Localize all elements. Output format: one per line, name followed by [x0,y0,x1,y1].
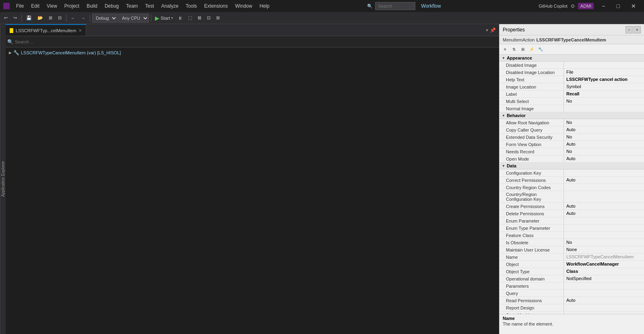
menu-view[interactable]: View [43,2,60,10]
prop-section-appearance[interactable]: ▼ Appearance [500,55,644,62]
toolbar-forward-btn[interactable]: → [78,14,88,22]
tree-item-icon: 🔧 [13,50,19,56]
title-search-input[interactable] [375,2,415,10]
prop-row-disabled-image[interactable]: Disabled Image [500,62,644,69]
menu-project[interactable]: Project [61,2,83,10]
prop-value-disabled-image [564,62,644,68]
prop-row-create-perm[interactable]: Create Permissions Auto [500,203,644,210]
step2-btn[interactable]: ⊠ [195,14,204,22]
tree-item-label: LSSCRFWTypeCancelMenuItem (var) [LS_HISO… [21,50,121,55]
prop-row-open-mode[interactable]: Open Mode Auto [500,155,644,163]
tree-item-root[interactable]: ▶ 🔧 LSSCRFWTypeCancelMenuItem (var) [LS_… [7,49,497,56]
menu-debug[interactable]: Debug [101,2,122,10]
prop-name-config-key: Configuration Key [500,169,564,176]
properties-panel: Properties − × MenuItemAction LSSCRFWFTy… [499,24,644,334]
prop-name-multi-select: Multi Select [500,98,564,105]
prop-row-label[interactable]: Label Recall [500,91,644,98]
prop-row-config-key[interactable]: Configuration Key [500,169,644,177]
menu-file[interactable]: File [13,2,27,10]
menu-extensions[interactable]: Extensions [201,2,231,10]
prop-row-form-view[interactable]: Form View Option Auto [500,141,644,148]
prop-row-feature-class[interactable]: Feature Class [500,232,644,239]
tab-lsscrf[interactable]: LSSCRFWFTyp...celMenuItem × [6,24,86,36]
toolbar-extra-btn[interactable]: ⊟ [56,14,64,22]
step4-btn[interactable]: ⊞ [214,14,222,22]
behavior-label: Behavior [507,113,526,118]
toolbar-redo-btn[interactable]: ↪ [11,14,19,22]
prop-row-enum-type[interactable]: Enum Type Parameter [500,225,644,232]
toolbar-save-btn[interactable]: 💾 [24,14,34,22]
cpu-select[interactable]: Any CPU [118,14,149,23]
prop-row-name[interactable]: Name LSSCRFWFTypeCancelMenuItem [500,254,644,261]
prop-row-delete-perm[interactable]: Delete Permissions Auto [500,210,644,217]
search-input[interactable] [13,39,497,44]
toolbar-open-btn[interactable]: 📂 [35,14,45,22]
menu-tools[interactable]: Tools [182,2,200,10]
prop-row-image-loc[interactable]: Image Location Symbol [500,83,644,91]
pause-btn[interactable]: ⏸ [175,14,185,22]
tab-dropdown-btn[interactable]: ▾ 📌 [483,24,499,36]
prop-name-label: Label [500,91,564,97]
menu-analyze[interactable]: Analyze [158,2,182,10]
step-btn[interactable]: ⬚ [186,14,194,22]
prop-row-normal-image[interactable]: Normal Image [500,105,644,112]
prop-value-enum-type [564,225,644,231]
prop-row-country-region[interactable]: Country Region Codes [500,184,644,191]
run-button[interactable]: ▶ Start ▾ [153,14,175,22]
prop-row-read-perm[interactable]: Read Permissions Auto [500,297,644,304]
prop-row-multi-select[interactable]: Multi Select No [500,98,644,105]
app-explorer-sidebar[interactable]: Application Explorer [0,24,6,334]
toolbar-undo-btn[interactable]: ↩ [2,14,10,22]
prop-row-report-design[interactable]: Report Design [500,304,644,311]
prop-row-object-type[interactable]: Object Type Class [500,268,644,275]
maximize-button[interactable]: □ [612,3,625,9]
prop-name-correct-perm: Correct Permissions [500,177,564,183]
prop-section-data[interactable]: ▼ Data [500,163,644,169]
prop-header-controls: − × [625,26,641,33]
prop-section-behavior[interactable]: ▼ Behavior [500,112,644,119]
prop-row-copy-caller[interactable]: Copy Caller Query Auto [500,126,644,134]
copilot-label[interactable]: GitHub Copilot [539,4,568,8]
prop-row-object[interactable]: Object WorkflowCancelManager [500,261,644,268]
menu-team[interactable]: Team [123,2,141,10]
minimize-button[interactable]: − [597,3,610,9]
toolbar-back-btn[interactable]: ← [68,14,78,22]
prop-toolbar-events[interactable]: ⚡ [528,45,536,54]
prop-row-disabled-image-loc[interactable]: Disabled Image Location File [500,69,644,76]
prop-row-needs-record[interactable]: Needs Record No [500,148,644,155]
prop-row-allow-root-nav[interactable]: Allow Root Navigation No [500,119,644,126]
prop-toolbar-settings[interactable]: 🔧 [537,45,545,54]
workflow-label[interactable]: Workflow [418,2,444,10]
prop-row-correct-perm[interactable]: Correct Permissions Auto [500,177,644,184]
prop-name-enum-type: Enum Type Parameter [500,225,564,231]
prop-collapse-btn[interactable]: − [625,26,633,33]
prop-name-image-loc: Image Location [500,83,564,90]
prop-expand-btn[interactable]: × [634,26,641,33]
prop-value-read-perm: Auto [564,297,644,304]
prop-name-object: Object [500,261,564,268]
menu-window[interactable]: Window [232,2,256,10]
menu-build[interactable]: Build [83,2,101,10]
prop-row-maintain-license[interactable]: Maintain User License None [500,246,644,254]
toolbar-compare-btn[interactable]: ⊞ [46,14,55,22]
prop-name-maintain-license: Maintain User License [500,246,564,253]
prop-toolbar-categorized[interactable]: ≡ [501,45,509,54]
prop-row-extended-data-sec[interactable]: Extended Data Security No [500,134,644,141]
tab-close-btn[interactable]: × [78,27,82,33]
close-button[interactable]: ✕ [626,3,641,9]
prop-row-op-domain[interactable]: Operational domain NotSpecified [500,275,644,282]
prop-row-is-obsolete[interactable]: Is Obsolete No [500,239,644,246]
menu-help[interactable]: Help [256,2,273,10]
prop-row-enum-param[interactable]: Enum Parameter [500,217,644,225]
prop-toolbar-pages[interactable]: ⊞ [519,45,527,54]
prop-row-parameters[interactable]: Parameters [500,282,644,290]
prop-row-query[interactable]: Query [500,290,644,297]
menu-test[interactable]: Test [142,2,157,10]
prop-row-country-config-key[interactable]: Country/Region Configuration Key [500,191,644,203]
menu-edit[interactable]: Edit [28,2,43,10]
step3-btn[interactable]: ⊡ [204,14,213,22]
debug-config-select[interactable]: Debug [92,14,118,23]
search-bar: 🔍 [6,36,499,47]
prop-row-help-text[interactable]: Help Text LSSCRFWType cancel action [500,76,644,83]
prop-toolbar-alphabetical[interactable]: ⇅ [510,45,518,54]
